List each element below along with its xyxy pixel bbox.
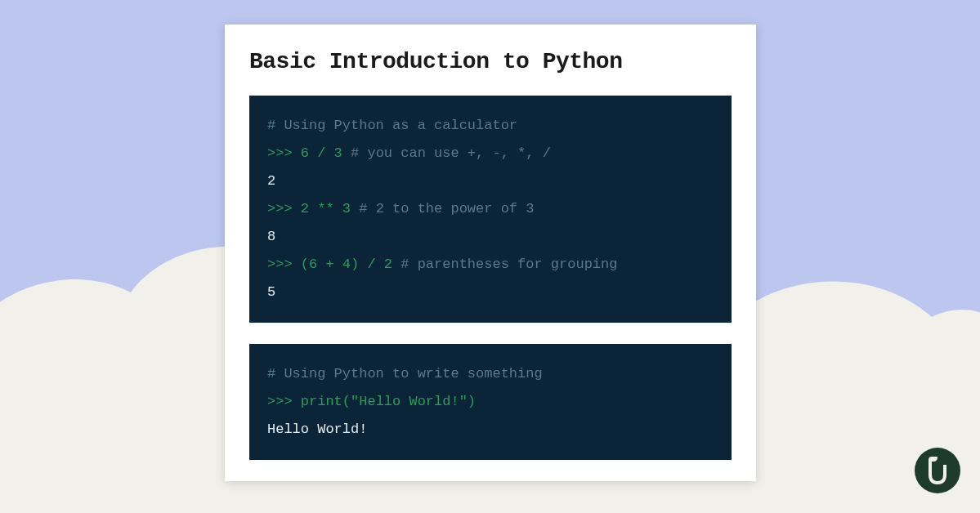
- code-segment-code: (6 + 4) / 2: [301, 256, 392, 272]
- code-segment-prompt: >>>: [267, 201, 301, 216]
- code-line: >>> 6 / 3 # you can use +, -, *, /: [267, 140, 714, 167]
- code-line: >>> print("Hello World!"): [267, 388, 714, 416]
- code-line: # Using Python to write something: [267, 360, 714, 388]
- code-line: Hello World!: [267, 416, 714, 444]
- code-segment-code: 6 / 3: [301, 145, 342, 161]
- code-segment-comment: # you can use +, -, *, /: [342, 145, 551, 161]
- page-title: Basic Introduction to Python: [249, 49, 732, 74]
- code-line: 8: [267, 223, 714, 251]
- code-segment-output: 2: [267, 173, 275, 189]
- code-line: 5: [267, 279, 714, 306]
- code-line: 2: [267, 167, 714, 195]
- code-segment-prompt: >>>: [267, 145, 301, 161]
- code-line: # Using Python as a calculator: [267, 112, 714, 140]
- document-page: Basic Introduction to Python # Using Pyt…: [225, 25, 756, 481]
- code-segment-comment: # Using Python to write something: [267, 366, 543, 381]
- code-segment-output: 5: [267, 284, 275, 300]
- code-line: >>> 2 ** 3 # 2 to the power of 3: [267, 195, 714, 223]
- code-segment-prompt: >>>: [267, 256, 301, 272]
- code-segment-code: print("Hello World!"): [301, 394, 476, 409]
- code-line: >>> (6 + 4) / 2 # parentheses for groupi…: [267, 251, 714, 279]
- code-block: # Using Python to write something>>> pri…: [249, 344, 732, 460]
- code-segment-prompt: >>>: [267, 394, 301, 409]
- code-segment-output: 8: [267, 229, 275, 244]
- code-block: # Using Python as a calculator>>> 6 / 3 …: [249, 96, 732, 323]
- code-segment-code: 2 ** 3: [301, 201, 351, 216]
- brand-logo-icon: [925, 457, 950, 484]
- brand-badge: [915, 448, 960, 493]
- code-segment-comment: # 2 to the power of 3: [351, 201, 534, 216]
- code-segment-comment: # Using Python as a calculator: [267, 118, 517, 133]
- code-segment-comment: # parentheses for grouping: [392, 256, 617, 272]
- code-segment-output: Hello World!: [267, 422, 367, 437]
